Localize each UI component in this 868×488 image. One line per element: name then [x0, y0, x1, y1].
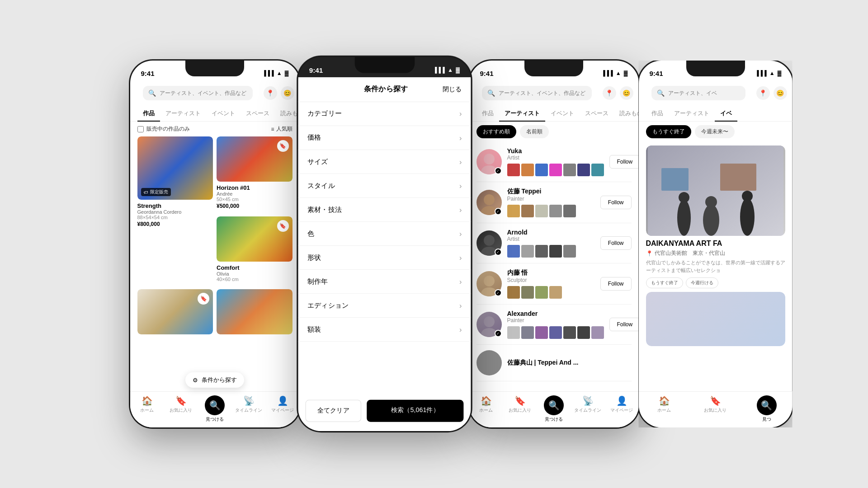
- filter-category[interactable]: カテゴリー ›: [298, 102, 471, 126]
- nav-timeline-label-3: タイムライン: [574, 407, 601, 413]
- artist-name-alexander: Alexander: [507, 310, 604, 317]
- nav-mypage-1[interactable]: 👤 マイページ: [266, 395, 300, 413]
- filter-color[interactable]: 色 ›: [298, 222, 471, 246]
- filter-material[interactable]: 素材・技法 ›: [298, 198, 471, 222]
- artist-avatar-wrap-alexander: ✓: [476, 312, 502, 337]
- search-float-btn-1[interactable]: ⚙ 条件から探す: [185, 372, 244, 388]
- artwork-size-horizon: 50×45 cm: [217, 197, 292, 202]
- smiley-btn-4[interactable]: 😊: [774, 86, 787, 100]
- search-input-1[interactable]: [160, 90, 247, 96]
- tab-artwork-1[interactable]: 作品: [137, 106, 160, 121]
- filter-footer-2: 全てクリア 検索（5,061件）: [305, 400, 463, 422]
- nav-home-label-4: ホーム: [657, 407, 671, 413]
- nav-home-4[interactable]: 🏠 ホーム: [639, 395, 690, 413]
- verified-badge-arnold: ✓: [495, 249, 502, 256]
- event-card-1[interactable]: [646, 145, 785, 236]
- tab-artist-1[interactable]: アーティスト: [160, 106, 206, 121]
- tab-artist-3[interactable]: アーティスト: [499, 106, 545, 121]
- sale-filter-1[interactable]: 販売中の作品のみ: [137, 125, 190, 133]
- filter-size[interactable]: サイズ ›: [298, 150, 471, 174]
- thumb-t4: [549, 205, 562, 217]
- event-title-1: DAIKANYAMA ART FA: [646, 239, 785, 248]
- tab-artwork-3[interactable]: 作品: [476, 106, 499, 121]
- tab-event-3[interactable]: イベント: [545, 106, 580, 121]
- search-bar-1[interactable]: 🔍: [143, 86, 253, 100]
- event-desc-1: 代官山でしかみることができなは、世界の第一線で活躍するアーティストまで幅広いセレ…: [646, 259, 785, 274]
- follow-btn-teppei[interactable]: Follow: [600, 196, 632, 209]
- sort-btn-1[interactable]: ≡ 人気順: [271, 125, 292, 133]
- svg-point-6: [484, 276, 495, 286]
- artwork-price-strength: ¥800,000: [137, 221, 213, 227]
- location-btn-1[interactable]: 📍: [264, 86, 277, 100]
- follow-btn-alexander[interactable]: Follow: [609, 318, 639, 331]
- filter-size-label: サイズ: [307, 157, 328, 166]
- nav-timeline-1[interactable]: 📡 タイムライン: [232, 395, 266, 413]
- filter-shape[interactable]: 形状 ›: [298, 246, 471, 270]
- nav-home-3[interactable]: 🏠 ホーム: [469, 395, 503, 413]
- follow-btn-arnold[interactable]: Follow: [600, 236, 632, 250]
- artist-name-partial: 佐藤典山 | Teppei And ...: [507, 359, 632, 367]
- nav-home-1[interactable]: 🏠 ホーム: [130, 395, 164, 413]
- filter-price[interactable]: 価格 ›: [298, 126, 471, 150]
- event-card-2[interactable]: [646, 292, 785, 346]
- notch-2: [354, 57, 415, 73]
- sale-checkbox-1[interactable]: [137, 126, 144, 132]
- svg-point-16: [742, 191, 753, 202]
- nav-discover-3[interactable]: 🔍 見つける: [537, 395, 571, 422]
- tab-event-1[interactable]: イベント: [206, 106, 241, 121]
- nav-favorites-3[interactable]: 🔖 お気に入り: [503, 395, 537, 413]
- event-pill-thisweek[interactable]: 今週未来〜: [695, 125, 735, 138]
- nav-discover-label-1: 見つける: [206, 416, 224, 422]
- filter-year[interactable]: 制作年 ›: [298, 270, 471, 294]
- artwork-card-un[interactable]: 🔖: [137, 289, 213, 334]
- location-btn-4[interactable]: 📍: [756, 86, 770, 100]
- tab-space-3[interactable]: スペース: [580, 106, 614, 121]
- sort-label-1: 人気順: [276, 125, 292, 133]
- artist-type-alexander: Painter: [507, 317, 604, 324]
- smiley-btn-3[interactable]: 😊: [620, 86, 633, 100]
- tab-artwork-4[interactable]: 作品: [646, 106, 669, 121]
- filter-close-btn[interactable]: 閉じる: [442, 85, 462, 94]
- thumb-t1: [507, 205, 520, 217]
- artist-item-partial: 佐藤典山 | Teppei And ...: [476, 345, 632, 381]
- svg-point-13: [703, 204, 719, 236]
- tab-reading-3[interactable]: 読みもの: [614, 106, 639, 121]
- search-bar-4[interactable]: 🔍: [651, 86, 745, 100]
- event-pill-ending[interactable]: もうすぐ終了: [646, 125, 691, 138]
- tab-artist-4[interactable]: アーティスト: [669, 106, 715, 121]
- nav-mypage-3[interactable]: 👤 マイページ: [605, 395, 639, 413]
- follow-btn-yuka[interactable]: Follow: [609, 155, 639, 169]
- location-btn-3[interactable]: 📍: [603, 86, 616, 100]
- sort-pill-recommended[interactable]: おすすめ順: [476, 125, 516, 138]
- artwork-card-comfort[interactable]: 🔖: [217, 216, 292, 262]
- filter-style[interactable]: スタイル ›: [298, 174, 471, 198]
- nav-favorites-1[interactable]: 🔖 お気に入り: [164, 395, 198, 413]
- artwork-card-extra[interactable]: [217, 289, 292, 334]
- filter-edition[interactable]: エディション ›: [298, 294, 471, 318]
- nav-favorites-4[interactable]: 🔖 お気に入り: [690, 395, 741, 413]
- artwork-card-horizon[interactable]: 🔖: [217, 136, 292, 182]
- tab-reading-1[interactable]: 読みもの: [275, 106, 300, 121]
- follow-btn-naito[interactable]: Follow: [600, 277, 632, 291]
- filter-search-btn[interactable]: 検索（5,061件）: [367, 400, 463, 422]
- nav-timeline-3[interactable]: 📡 タイムライン: [571, 395, 605, 413]
- filter-icon-1: ⚙: [193, 377, 198, 384]
- bookmark-btn-comfort[interactable]: 🔖: [277, 220, 289, 232]
- tab-event-4[interactable]: イベ: [715, 106, 737, 121]
- nav-discover-1[interactable]: 🔍 見つける: [198, 395, 232, 422]
- chevron-icon-2: ›: [459, 158, 461, 166]
- filter-frame[interactable]: 額装 ›: [298, 318, 471, 342]
- search-bar-3[interactable]: 🔍: [482, 86, 592, 100]
- sort-pill-name[interactable]: 名前順: [520, 125, 549, 138]
- tab-space-1[interactable]: スペース: [241, 106, 275, 121]
- filter-clear-btn[interactable]: 全てクリア: [305, 400, 361, 422]
- bookmark-btn-un[interactable]: 🔖: [198, 293, 209, 305]
- nav-discover-4[interactable]: 🔍 見つ: [741, 395, 792, 422]
- artwork-info-comfort: Comfort Olivia 40×60 cm: [217, 262, 292, 286]
- smiley-btn-1[interactable]: 😊: [281, 86, 294, 100]
- search-input-4[interactable]: [668, 90, 740, 96]
- artwork-card-strength[interactable]: 🏷 限定販売: [137, 136, 213, 200]
- event-tag-2: 今週行ける: [686, 277, 718, 288]
- bookmark-btn-horizon[interactable]: 🔖: [277, 140, 289, 152]
- search-input-3[interactable]: [499, 90, 586, 96]
